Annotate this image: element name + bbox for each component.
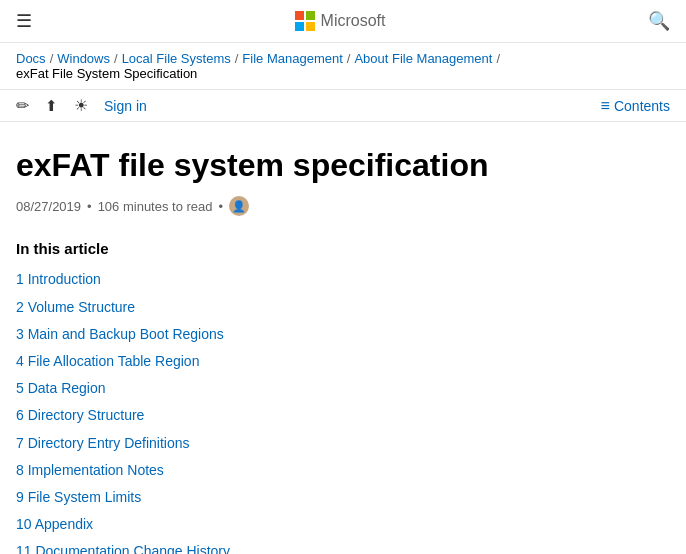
contents-icon: ≡: [601, 97, 610, 115]
ms-logo: Microsoft: [295, 11, 386, 31]
toc-item: 5 Data Region: [16, 376, 670, 401]
toc-link-9[interactable]: 9 File System Limits: [16, 485, 670, 510]
ms-logo-green: [306, 11, 315, 20]
ms-brand-text: Microsoft: [321, 12, 386, 30]
toc-item: 4 File Allocation Table Region: [16, 349, 670, 374]
breadcrumb-file-management[interactable]: File Management: [242, 51, 342, 66]
edit-icon[interactable]: ✏: [16, 96, 29, 115]
toc-link-5[interactable]: 5 Data Region: [16, 376, 670, 401]
breadcrumb-current: exFat File System Specification: [16, 66, 197, 81]
toc-item: 9 File System Limits: [16, 485, 670, 510]
meta-date: 08/27/2019: [16, 199, 81, 214]
ms-logo-yellow: [306, 22, 315, 31]
meta-dot-2: •: [219, 199, 224, 214]
toc-item: 2 Volume Structure: [16, 295, 670, 320]
ms-logo-grid: [295, 11, 315, 31]
toc-link-2[interactable]: 2 Volume Structure: [16, 295, 670, 320]
toc-link-11[interactable]: 11 Documentation Change History: [16, 539, 670, 554]
avatar: 👤: [229, 196, 249, 216]
toc-item: 1 Introduction: [16, 267, 670, 292]
breadcrumb-sep-2: /: [114, 51, 118, 66]
toolbar: ✏ ⬆ ☀ Sign in ≡ Contents: [0, 90, 686, 122]
breadcrumb: Docs / Windows / Local File Systems / Fi…: [0, 43, 686, 90]
breadcrumb-windows[interactable]: Windows: [57, 51, 110, 66]
toc-item: 7 Directory Entry Definitions: [16, 431, 670, 456]
ms-logo-blue: [295, 22, 304, 31]
toc-link-3[interactable]: 3 Main and Backup Boot Regions: [16, 322, 670, 347]
search-icon[interactable]: 🔍: [648, 10, 670, 32]
breadcrumb-sep-1: /: [50, 51, 54, 66]
toc-list: 1 Introduction2 Volume Structure3 Main a…: [16, 267, 670, 554]
toc-link-4[interactable]: 4 File Allocation Table Region: [16, 349, 670, 374]
breadcrumb-sep-5: /: [496, 51, 500, 66]
toc-link-7[interactable]: 7 Directory Entry Definitions: [16, 431, 670, 456]
breadcrumb-local-file-systems[interactable]: Local File Systems: [122, 51, 231, 66]
meta-read-time: 106 minutes to read: [98, 199, 213, 214]
toc-item: 11 Documentation Change History: [16, 539, 670, 554]
toc-link-1[interactable]: 1 Introduction: [16, 267, 670, 292]
meta-dot-1: •: [87, 199, 92, 214]
top-nav: ☰ Microsoft 🔍: [0, 0, 686, 43]
ms-logo-red: [295, 11, 304, 20]
toc-link-6[interactable]: 6 Directory Structure: [16, 403, 670, 428]
theme-icon[interactable]: ☀: [74, 96, 88, 115]
toc-item: 6 Directory Structure: [16, 403, 670, 428]
breadcrumb-sep-4: /: [347, 51, 351, 66]
toc-item: 8 Implementation Notes: [16, 458, 670, 483]
breadcrumb-docs[interactable]: Docs: [16, 51, 46, 66]
toc-item: 10 Appendix: [16, 512, 670, 537]
article-meta: 08/27/2019 • 106 minutes to read • 👤: [16, 196, 670, 216]
share-icon[interactable]: ⬆: [45, 97, 58, 115]
toc-link-10[interactable]: 10 Appendix: [16, 512, 670, 537]
page-title: exFAT file system specification: [16, 146, 670, 184]
toc-item: 3 Main and Backup Boot Regions: [16, 322, 670, 347]
main-content: exFAT file system specification 08/27/20…: [0, 122, 686, 554]
toolbar-left: ✏ ⬆ ☀ Sign in: [16, 96, 147, 115]
toc-link-8[interactable]: 8 Implementation Notes: [16, 458, 670, 483]
in-this-article-heading: In this article: [16, 240, 670, 257]
sign-in-link[interactable]: Sign in: [104, 98, 147, 114]
contents-button[interactable]: ≡ Contents: [601, 97, 670, 115]
contents-label: Contents: [614, 98, 670, 114]
breadcrumb-about-file-management[interactable]: About File Management: [354, 51, 492, 66]
hamburger-icon[interactable]: ☰: [16, 10, 32, 32]
breadcrumb-sep-3: /: [235, 51, 239, 66]
